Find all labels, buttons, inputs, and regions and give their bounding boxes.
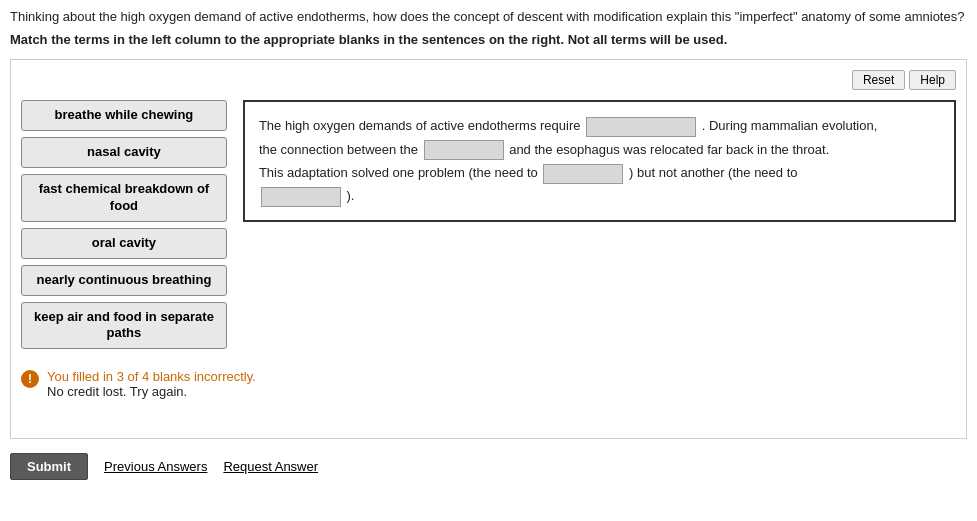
feedback-area: ! You filled in 3 of 4 blanks incorrectl… — [21, 365, 956, 403]
submit-button[interactable]: Submit — [10, 453, 88, 480]
match-instruction: Match the terms in the left column to th… — [0, 30, 977, 53]
sentence-line4-after: ). — [347, 188, 355, 203]
sentence-line2-before: the connection between the — [259, 142, 418, 157]
blank-2[interactable] — [424, 140, 504, 160]
sentence-line1: The high oxygen demands of active endoth… — [259, 114, 940, 137]
feedback-icon: ! — [21, 370, 39, 388]
term-oral-cavity[interactable]: oral cavity — [21, 228, 227, 259]
sentence-line2: the connection between the and the esoph… — [259, 138, 940, 161]
bottom-bar: Submit Previous Answers Request Answer — [0, 445, 977, 488]
content-area: breathe while chewing nasal cavity fast … — [21, 100, 956, 349]
terms-column: breathe while chewing nasal cavity fast … — [21, 100, 227, 349]
sentence-line1-after: . During mammalian evolution, — [702, 118, 878, 133]
sentence-line4: ). — [259, 184, 940, 207]
feedback-line1: You filled in 3 of 4 blanks incorrectly. — [47, 369, 256, 384]
feedback-line2: No credit lost. Try again. — [47, 384, 256, 399]
blank-3[interactable] — [543, 164, 623, 184]
main-panel: Reset Help breathe while chewing nasal c… — [10, 59, 967, 439]
blank-1[interactable] — [586, 117, 696, 137]
term-keep-air-food-separate[interactable]: keep air and food in separatepaths — [21, 302, 227, 350]
sentence-line3: This adaptation solved one problem (the … — [259, 161, 940, 184]
sentence-line2-after: and the esophagus was relocated far back… — [509, 142, 829, 157]
previous-answers-button[interactable]: Previous Answers — [104, 459, 207, 474]
term-fast-chemical-breakdown[interactable]: fast chemical breakdown offood — [21, 174, 227, 222]
reset-button[interactable]: Reset — [852, 70, 905, 90]
top-buttons: Reset Help — [21, 70, 956, 90]
blank-4[interactable] — [261, 187, 341, 207]
sentences-box: The high oxygen demands of active endoth… — [243, 100, 956, 222]
feedback-text: You filled in 3 of 4 blanks incorrectly.… — [47, 369, 256, 399]
sentence-line1-before: The high oxygen demands of active endoth… — [259, 118, 581, 133]
help-button[interactable]: Help — [909, 70, 956, 90]
sentence-line3-after: ) but not another (the need to — [629, 165, 797, 180]
sentence-line3-before: This adaptation solved one problem (the … — [259, 165, 538, 180]
question-text: Thinking about the high oxygen demand of… — [0, 0, 977, 30]
term-nasal-cavity[interactable]: nasal cavity — [21, 137, 227, 168]
term-nearly-continuous-breathing[interactable]: nearly continuous breathing — [21, 265, 227, 296]
request-answer-button[interactable]: Request Answer — [223, 459, 318, 474]
term-breathe-while-chewing[interactable]: breathe while chewing — [21, 100, 227, 131]
